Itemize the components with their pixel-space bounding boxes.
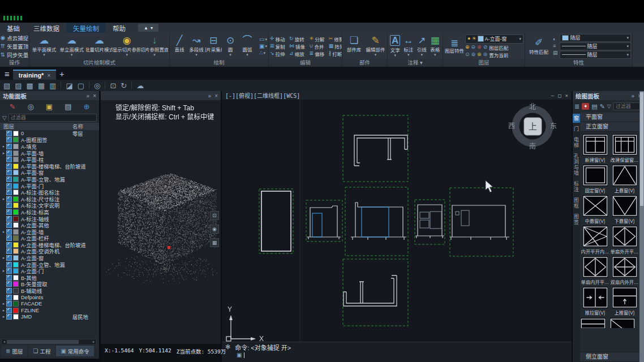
window-type-item[interactable]: 单扇外开平… xyxy=(610,226,639,255)
grid-view-icon[interactable]: ▤ xyxy=(591,103,597,110)
layer-color-swatch[interactable] xyxy=(13,170,19,175)
gear-icon[interactable]: ✻ xyxy=(225,343,230,351)
scrollbar-thumb[interactable] xyxy=(7,340,79,344)
ribbon-button[interactable]: ↝ 多段线 ▾ xyxy=(188,33,205,59)
view-button-icon[interactable]: ⊡ xyxy=(210,211,219,220)
edit-icon[interactable]: ✎ xyxy=(10,102,16,111)
layer-tool-icon[interactable]: ⊘ xyxy=(483,45,488,50)
window-entities[interactable] xyxy=(312,207,389,237)
layer-color-swatch[interactable] xyxy=(13,222,19,228)
layer-visible-checkbox[interactable] xyxy=(6,202,12,208)
category-tab[interactable]: 窗 xyxy=(573,114,580,123)
ribbon-button[interactable]: ⌒ 圆弧 ▾ xyxy=(239,33,256,59)
view-button-icon[interactable]: ◉ xyxy=(210,225,219,234)
layer-visible-checkbox[interactable] xyxy=(6,235,12,241)
bylayer-dropdown[interactable]: 随层 ▾ xyxy=(560,51,631,59)
layer-color-swatch[interactable] xyxy=(13,196,19,202)
layer-color-swatch[interactable] xyxy=(13,157,19,162)
window-type-item[interactable]: 上推窗(V) xyxy=(610,287,639,316)
drawing-viewport[interactable]: 上 北 南 西 东 Y X [-][俯视][二维线框][WCS] – □ xyxy=(222,91,572,342)
layer-color-swatch[interactable] xyxy=(13,131,19,136)
layer-color-swatch[interactable] xyxy=(13,137,19,143)
window-type-item[interactable]: 改建保留窗… xyxy=(610,134,639,163)
layer-row[interactable]: ▸ A-标注-标高 xyxy=(0,209,99,216)
layer-visible-checkbox[interactable] xyxy=(6,248,12,254)
layer-color-swatch[interactable] xyxy=(13,255,19,261)
expander-icon[interactable]: ▸ xyxy=(1,230,6,234)
pointcloud-3d-view[interactable]: » × 锁定/解除俯视: Shift + Tab 显示/关闭捕捉框: Ctrl … xyxy=(101,91,221,344)
layer-color-swatch[interactable] xyxy=(13,268,19,274)
hamburger-menu-icon[interactable]: ≡ xyxy=(5,69,10,79)
layer-row[interactable]: ▸ A-立面-空调外机 xyxy=(0,248,99,255)
layer-color-swatch[interactable] xyxy=(13,308,19,313)
layer-visible-checkbox[interactable] xyxy=(6,144,12,149)
close-icon[interactable]: × xyxy=(214,93,218,99)
menu-tab[interactable]: 基础 xyxy=(0,23,27,33)
ribbon-button[interactable]: ✎ 编辑部件 ▾ xyxy=(365,33,386,59)
layer-color-swatch[interactable] xyxy=(13,235,19,241)
section-header-side-elevation-window[interactable]: 侧立面窗 xyxy=(580,352,639,362)
layer-row[interactable]: ▸ B-其他 xyxy=(0,274,99,281)
layer-color-swatch[interactable] xyxy=(13,189,19,195)
menu-tab[interactable]: 三维数据 xyxy=(27,23,66,33)
collapse-icon[interactable]: » xyxy=(208,93,212,99)
scrollbar-thumb[interactable] xyxy=(640,92,643,206)
layer-color-swatch[interactable] xyxy=(13,144,19,149)
category-tab[interactable]: 电梯 xyxy=(573,135,580,150)
slice-outline[interactable] xyxy=(261,191,291,251)
layer-visible-checkbox[interactable] xyxy=(6,268,12,274)
ribbon-button[interactable]: ⊙ 圆 ▾ xyxy=(222,33,239,59)
block-library-icon[interactable]: ✦ xyxy=(582,103,589,110)
view-cube-icon[interactable]: ▥ xyxy=(49,82,56,89)
ribbon-button[interactable]: ⇈ 矢量置顶 xyxy=(1,42,28,50)
window-thumbnail[interactable] xyxy=(581,318,606,328)
layer-visible-checkbox[interactable] xyxy=(6,281,12,287)
layer-tool-icon[interactable]: ⊕ xyxy=(465,45,470,50)
globe-icon[interactable]: ⊕ xyxy=(84,102,90,111)
ribbon-button[interactable]: ╱ 直线 ▾ xyxy=(171,33,188,59)
layer-row[interactable]: ▸ Defpoints xyxy=(0,294,99,301)
layer-color-swatch[interactable] xyxy=(13,163,19,169)
layer-row[interactable]: ▸ A-立面-门 xyxy=(0,268,99,274)
scroll-right-arrow[interactable]: ▸ xyxy=(91,339,96,344)
layer-visible-checkbox[interactable] xyxy=(6,170,12,175)
window-type-item[interactable]: 下悬窗(V) xyxy=(610,195,639,224)
layer-row[interactable]: ▸ B-矢量提取 xyxy=(0,281,99,288)
layer-visible-checkbox[interactable] xyxy=(6,163,12,169)
expander-icon[interactable]: ▸ xyxy=(1,256,6,260)
sync-icon[interactable]: ↻ xyxy=(121,82,127,89)
vertical-scrollbar[interactable] xyxy=(639,91,644,362)
expander-icon[interactable]: ▸ xyxy=(1,144,6,149)
scroll-left-arrow[interactable]: ◂ xyxy=(2,339,7,344)
category-tab[interactable]: 图框 xyxy=(573,196,580,210)
match-properties-button[interactable]: ✐ 特性匹配 xyxy=(526,38,551,55)
ribbon-button[interactable]: ✳ 分解 ▾ xyxy=(310,36,328,42)
view-cube-icon[interactable]: ▨ xyxy=(15,82,22,89)
ribbon-button[interactable]: ⋈ 镜像 ▾ xyxy=(289,43,308,50)
collapse-icon[interactable]: » xyxy=(632,93,635,99)
pointcloud-canvas[interactable] xyxy=(101,100,220,342)
rectangle-tool-button[interactable]: ▭▾ xyxy=(259,37,267,42)
image-icon[interactable]: ▣ xyxy=(46,102,53,111)
layer-visible-checkbox[interactable] xyxy=(6,275,12,281)
filter-input[interactable] xyxy=(613,102,642,110)
target-icon[interactable]: ◎ xyxy=(94,82,100,89)
layer-tool-icon[interactable]: ⊜ xyxy=(483,52,488,57)
layer-visible-checkbox[interactable] xyxy=(6,176,12,182)
horizontal-scrollbar[interactable]: ◂ ▸ xyxy=(1,339,97,345)
layer-dropdown[interactable]: ● ☀ A-立面-窗 ▾ xyxy=(465,35,523,44)
layer-color-swatch[interactable] xyxy=(13,209,19,215)
layer-row[interactable]: ▸ 0 零层 xyxy=(0,130,99,137)
layer-row[interactable]: ▸ A-标注-轴线 xyxy=(0,216,99,222)
layer-visible-checkbox[interactable] xyxy=(6,255,12,261)
ribbon-button[interactable]: ☁ 单立面模式 ▾ xyxy=(58,33,85,59)
ribbon-button[interactable]: ◉ 显示切片参照 ▾ xyxy=(113,33,140,59)
point-cloud-icon[interactable]: ☁ xyxy=(136,82,144,89)
category-tab[interactable]: 标注 xyxy=(573,179,580,194)
layer-properties-button[interactable]: ≣ 图层特性 xyxy=(444,38,465,54)
layer-row[interactable]: ▸ A-图框图签 xyxy=(0,137,99,144)
layer-row[interactable]: ▸ A-标注-文字说明 xyxy=(0,202,99,209)
command-input-row[interactable]: ▣ xyxy=(222,352,572,358)
window-type-item[interactable]: 内开平开内… xyxy=(581,226,609,255)
layer-color-swatch[interactable] xyxy=(13,176,19,182)
